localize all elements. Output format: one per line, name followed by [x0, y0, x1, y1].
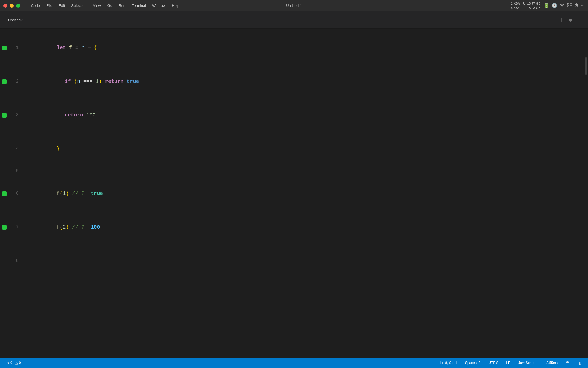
- warning-icon: △: [15, 361, 18, 365]
- text-cursor: [57, 258, 57, 264]
- table-row: 1 let f = n ⇒ {: [0, 31, 584, 65]
- maximize-button[interactable]: [16, 4, 20, 8]
- num-100: 100: [86, 112, 96, 118]
- breakpoint-dot: [2, 46, 7, 50]
- svg-rect-0: [567, 3, 569, 5]
- line-number-7: 7: [9, 222, 24, 233]
- menu-edit[interactable]: Edit: [56, 2, 68, 9]
- code-content-3: return 100: [24, 98, 578, 132]
- code-content-2: if (n === 1) return true: [24, 65, 578, 98]
- editor-tab[interactable]: Untitled-1: [5, 16, 28, 24]
- menu-go[interactable]: Go: [105, 2, 115, 9]
- statusbar: ⊗ 0 △ 0 Ln 8, Col 1 Spaces: 2 UTF-8 LF J…: [0, 358, 588, 368]
- more-icon[interactable]: ···: [581, 3, 585, 8]
- wifi-icon: [560, 3, 565, 8]
- breakpoint-3[interactable]: [0, 113, 9, 118]
- menu-help[interactable]: Help: [169, 2, 182, 9]
- menu-file[interactable]: File: [43, 2, 55, 9]
- apple-icon: : [25, 3, 26, 8]
- statusbar-right: Ln 8, Col 1 Spaces: 2 UTF-8 LF JavaScrip…: [439, 360, 583, 365]
- svg-rect-2: [567, 6, 569, 7]
- battery-icon: 🔋: [543, 3, 549, 8]
- split-editor-button[interactable]: [558, 16, 566, 24]
- storage-used: U: 13.77 GB: [523, 2, 541, 5]
- breakpoint-dot: [2, 191, 7, 196]
- window-title: Untitled-1: [286, 3, 302, 8]
- keyword-return-2: return: [65, 112, 83, 118]
- arrow-op: ⇒: [88, 45, 91, 51]
- line-number-4: 4: [9, 143, 24, 154]
- more-actions-button[interactable]: ···: [575, 16, 583, 24]
- param-n: n: [81, 45, 84, 51]
- eol[interactable]: LF: [504, 360, 512, 365]
- code-content-6: f(1) // ? true: [24, 177, 578, 210]
- unsaved-indicator: [569, 19, 572, 22]
- open-brace: {: [94, 45, 97, 51]
- code-content-4: }: [24, 132, 578, 166]
- table-row: 2 if (n === 1) return true: [0, 65, 584, 98]
- menubar-system-icons: 🔋 🕐: [543, 3, 585, 8]
- breakpoint-dot: [2, 113, 7, 118]
- svg-rect-5: [562, 18, 564, 22]
- menu-run[interactable]: Run: [116, 2, 128, 9]
- fn-call-f2: f: [57, 224, 60, 230]
- table-row: 7 f(2) // ? 100: [0, 210, 584, 244]
- table-row: 6 f(1) // ? true: [0, 177, 584, 210]
- breakpoint-2[interactable]: [0, 79, 9, 84]
- table-row: 5: [0, 166, 584, 177]
- comment-q2: // ?: [72, 224, 84, 230]
- close-button[interactable]: [3, 4, 7, 8]
- menu-code[interactable]: Code: [28, 2, 43, 9]
- scrollbar-track[interactable]: [584, 29, 588, 358]
- cursor-position[interactable]: Ln 8, Col 1: [439, 360, 459, 365]
- scrollbar-thumb[interactable]: [585, 57, 587, 75]
- fn-call-f1: f: [57, 191, 60, 196]
- tab-title: Untitled-1: [8, 18, 24, 22]
- clock-icon: 🕐: [552, 3, 557, 8]
- notifications-icon[interactable]: [564, 360, 571, 365]
- menu-selection[interactable]: Selection: [68, 2, 89, 9]
- breakpoint-dot: [2, 79, 7, 84]
- minimize-button[interactable]: [10, 4, 14, 8]
- breakpoint-1[interactable]: [0, 46, 9, 50]
- close-brace: }: [57, 146, 60, 152]
- indentation[interactable]: Spaces: 2: [463, 360, 482, 365]
- table-row: 4 }: [0, 132, 584, 166]
- errors-status[interactable]: ⊗ 0 △ 0: [5, 360, 22, 365]
- encoding[interactable]: UTF-8: [487, 360, 500, 365]
- menu-view[interactable]: View: [90, 2, 104, 9]
- language-mode[interactable]: JavaScript: [517, 360, 536, 365]
- breakpoint-6[interactable]: [0, 191, 9, 196]
- num-1: 1: [96, 78, 99, 84]
- warning-count: 0: [19, 361, 21, 365]
- editor-container: 1 let f = n ⇒ { 2 if (n === 1) return tr…: [0, 29, 588, 358]
- menu-window[interactable]: Window: [149, 2, 168, 9]
- line-number-6: 6: [9, 188, 24, 199]
- breakpoint-7[interactable]: [0, 225, 9, 230]
- line-number-5: 5: [9, 166, 24, 177]
- keyword-return: return: [105, 78, 124, 84]
- line-number-2: 2: [9, 76, 24, 87]
- svg-rect-1: [570, 3, 572, 5]
- keyword-let: let: [57, 45, 66, 51]
- line-number-1: 1: [9, 42, 24, 53]
- keyword-true: true: [127, 78, 139, 84]
- menu-items:  Code File Edit Selection View Go Run T…: [25, 2, 511, 9]
- network-stats: 2 KB/s5 KB/s: [511, 1, 520, 10]
- svg-point-6: [579, 362, 580, 363]
- quill-time[interactable]: ✓ 2.55ms: [541, 360, 559, 365]
- line-number-8: 8: [9, 255, 24, 267]
- breakpoint-dot: [2, 225, 7, 230]
- code-content-8: [24, 244, 578, 278]
- editor-main[interactable]: 1 let f = n ⇒ { 2 if (n === 1) return tr…: [0, 29, 584, 358]
- menu-terminal[interactable]: Terminal: [129, 2, 149, 9]
- triple-eq: ===: [83, 78, 92, 84]
- siri-icon: [575, 3, 579, 8]
- inline-result-true: true: [84, 191, 103, 196]
- svg-rect-4: [559, 18, 561, 22]
- tab-actions: ···: [558, 16, 583, 24]
- error-count: 0: [10, 361, 12, 365]
- broadcast-icon[interactable]: [576, 360, 583, 365]
- comment-q1: // ?: [72, 191, 84, 196]
- code-area[interactable]: 1 let f = n ⇒ { 2 if (n === 1) return tr…: [0, 29, 584, 280]
